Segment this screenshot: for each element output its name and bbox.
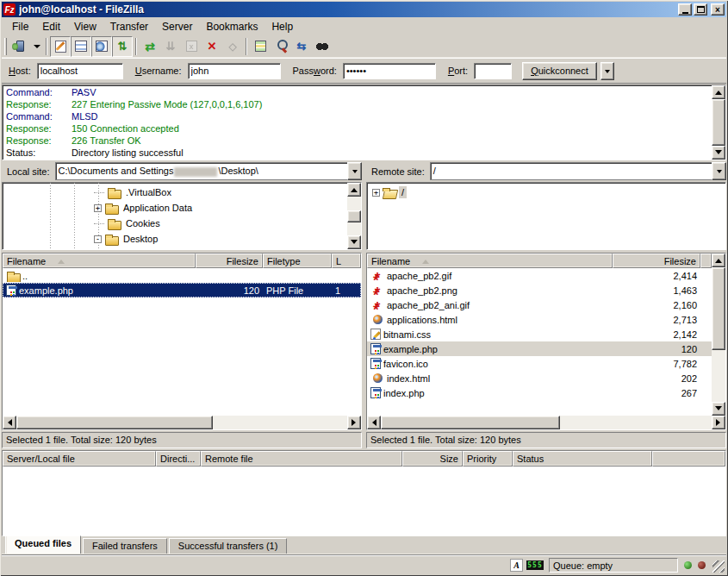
file-row[interactable]: .. xyxy=(3,268,361,283)
file-row[interactable]: favicon.ico7,782 xyxy=(367,356,712,371)
scrollbar-thumb[interactable] xyxy=(712,99,725,146)
file-row[interactable]: applications.html2,713 xyxy=(367,312,712,327)
column-header-filesize[interactable]: Filesize xyxy=(196,254,263,268)
file-row[interactable]: bitnami.css2,142 xyxy=(367,327,712,341)
column-header-filename[interactable]: Filename xyxy=(3,254,196,268)
menu-edit[interactable]: Edit xyxy=(35,19,67,34)
tree-item[interactable]: .VirtualBox xyxy=(3,185,347,200)
file-row[interactable]: apache_pb2_ani.gif2,160 xyxy=(367,297,712,312)
queue-column-header[interactable]: Status xyxy=(513,451,652,466)
menu-bookmarks[interactable]: Bookmarks xyxy=(199,19,264,34)
toggle-queue-button[interactable]: ⇅ xyxy=(112,36,133,57)
expand-icon[interactable]: + xyxy=(94,204,102,212)
scroll-up-button[interactable] xyxy=(712,85,725,99)
toggle-message-log-button[interactable] xyxy=(50,36,71,57)
dropdown-arrow-button[interactable] xyxy=(30,36,43,57)
cancel-button[interactable]: x xyxy=(181,36,202,57)
ascii-data-type-icon[interactable]: A xyxy=(510,559,523,572)
scroll-up-button[interactable] xyxy=(347,183,361,197)
file-row[interactable]: example.php120 xyxy=(367,341,712,356)
reconnect-button[interactable]: ◇ xyxy=(222,36,243,57)
scroll-down-button[interactable] xyxy=(712,146,725,160)
menu-file[interactable]: File xyxy=(5,19,35,34)
username-input[interactable] xyxy=(188,63,281,79)
scrollbar-track[interactable] xyxy=(347,222,361,236)
tab-failed-transfers[interactable]: Failed transfers xyxy=(83,538,167,554)
queue-column-header[interactable]: Directi... xyxy=(156,451,201,466)
tree-item-label[interactable]: Desktop xyxy=(121,233,160,245)
local-path-value[interactable]: C:\Documents and Settings\Desktop\ xyxy=(55,162,347,180)
scrollbar-thumb[interactable] xyxy=(381,416,560,429)
scrollbar-thumb[interactable] xyxy=(347,210,361,222)
scrollbar-track[interactable] xyxy=(347,197,361,210)
refresh-button[interactable]: ⇄ xyxy=(140,36,160,57)
tree-item[interactable]: +Application Data xyxy=(3,200,347,216)
file-row[interactable]: index.html202 xyxy=(367,371,712,385)
tree-item[interactable]: -Desktop xyxy=(3,231,347,247)
scroll-left-button[interactable] xyxy=(3,416,16,429)
tab-successful-transfers[interactable]: Successful transfers (1) xyxy=(169,538,288,554)
tab-queued-files[interactable]: Queued files xyxy=(5,535,81,554)
tree-item-label[interactable]: .VirtualBox xyxy=(123,186,174,198)
log-scrollbar[interactable] xyxy=(712,85,725,160)
remote-horizontal-scrollbar[interactable] xyxy=(367,416,725,429)
menu-view[interactable]: View xyxy=(67,19,103,34)
scroll-left-button[interactable] xyxy=(367,416,381,429)
scrollbar-thumb[interactable] xyxy=(712,267,725,350)
minimize-button[interactable] xyxy=(678,3,692,16)
toolbar-grip[interactable] xyxy=(4,38,7,55)
column-header-filetype[interactable]: Filetype xyxy=(263,254,332,268)
collapse-icon[interactable]: - xyxy=(94,235,102,243)
local-path-combobox[interactable]: C:\Documents and Settings\Desktop\ xyxy=(55,162,362,180)
filter-button[interactable] xyxy=(271,36,291,57)
password-input[interactable] xyxy=(343,63,436,79)
site-manager-button[interactable] xyxy=(9,36,30,57)
toggle-local-tree-button[interactable] xyxy=(71,36,91,57)
disconnect-button[interactable]: ✕ xyxy=(202,36,222,57)
synchronized-browsing-button[interactable]: ⇆ xyxy=(291,36,312,57)
file-row[interactable]: apache_pb2.png1,463 xyxy=(367,283,712,297)
resize-grip[interactable] xyxy=(712,560,725,573)
expand-icon[interactable]: + xyxy=(372,189,380,197)
column-header-filename[interactable]: Filename xyxy=(367,254,613,268)
speed-limit-icon[interactable]: 555 xyxy=(526,560,544,570)
toggle-remote-tree-button[interactable] xyxy=(91,36,112,57)
local-horizontal-scrollbar[interactable] xyxy=(3,416,361,429)
file-row[interactable]: index.php267 xyxy=(367,385,712,400)
tree-item-label[interactable]: / xyxy=(399,186,407,198)
queue-body[interactable] xyxy=(3,466,725,535)
menu-server[interactable]: Server xyxy=(155,19,199,34)
file-row[interactable]: apache_pb2.gif2,414 xyxy=(367,268,712,283)
maximize-button[interactable] xyxy=(694,3,707,16)
find-button[interactable] xyxy=(312,36,333,57)
scroll-up-button[interactable] xyxy=(712,254,725,267)
host-input[interactable] xyxy=(37,63,123,79)
remote-path-value[interactable]: / xyxy=(430,162,712,180)
scroll-down-button[interactable] xyxy=(347,235,361,249)
scrollbar-track[interactable] xyxy=(560,416,712,429)
close-button[interactable]: × xyxy=(711,3,725,16)
tree-item-label[interactable]: Cookies xyxy=(123,217,163,229)
scrollbar-track[interactable] xyxy=(712,350,725,402)
process-queue-button[interactable]: ⇊ xyxy=(160,36,181,57)
queue-column-header[interactable]: Remote file xyxy=(201,451,402,466)
file-row[interactable]: example.php120PHP File1 xyxy=(3,283,361,297)
local-tree-scrollbar[interactable] xyxy=(347,183,361,249)
quickconnect-button[interactable]: Quickconnect xyxy=(522,62,597,80)
scroll-right-button[interactable] xyxy=(712,416,725,429)
column-header-l[interactable]: L xyxy=(332,254,361,268)
queue-column-header[interactable]: Size xyxy=(402,451,463,466)
queue-column-header[interactable]: Server/Local file xyxy=(3,451,156,466)
queue-column-header[interactable]: Priority xyxy=(463,451,513,466)
tree-item-label[interactable]: Application Data xyxy=(121,202,195,214)
quickconnect-dropdown-button[interactable] xyxy=(600,62,614,80)
remote-path-combobox[interactable]: / xyxy=(430,162,726,180)
menu-transfer[interactable]: Transfer xyxy=(103,19,155,34)
tree-item[interactable]: +/ xyxy=(367,185,725,200)
local-path-dropdown-button[interactable] xyxy=(347,162,362,180)
column-header-filesize[interactable]: Filesize xyxy=(613,254,700,268)
directory-comparison-button[interactable] xyxy=(250,36,271,57)
tree-item[interactable]: Cookies xyxy=(3,216,347,231)
menu-help[interactable]: Help xyxy=(264,19,300,34)
title-bar[interactable]: Fz john@localhost - FileZilla × xyxy=(2,2,726,17)
